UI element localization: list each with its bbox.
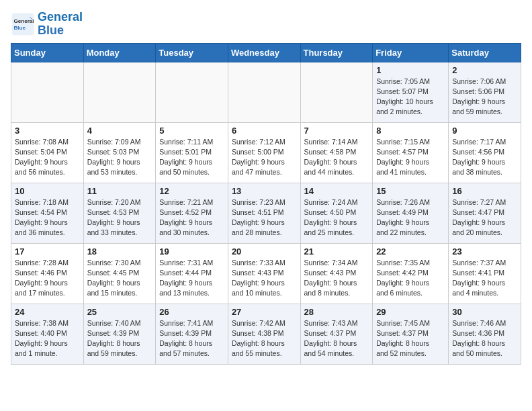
calendar-day-cell: 1Sunrise: 7:05 AM Sunset: 5:07 PM Daylig… [373, 62, 449, 122]
weekday-header-cell: Tuesday [156, 43, 228, 62]
calendar-day-cell: 12Sunrise: 7:21 AM Sunset: 4:52 PM Dayli… [156, 183, 228, 243]
calendar-day-cell: 9Sunrise: 7:17 AM Sunset: 4:56 PM Daylig… [449, 122, 521, 183]
day-number: 13 [232, 186, 297, 196]
calendar-day-cell: 10Sunrise: 7:18 AM Sunset: 4:54 PM Dayli… [11, 183, 84, 243]
calendar-day-cell: 8Sunrise: 7:15 AM Sunset: 4:57 PM Daylig… [373, 122, 449, 183]
day-info: Sunrise: 7:35 AM Sunset: 4:42 PM Dayligh… [376, 258, 445, 299]
calendar-day-cell: 14Sunrise: 7:24 AM Sunset: 4:50 PM Dayli… [300, 183, 373, 243]
calendar-day-cell: 30Sunrise: 7:46 AM Sunset: 4:36 PM Dayli… [449, 304, 521, 364]
day-info: Sunrise: 7:28 AM Sunset: 4:46 PM Dayligh… [15, 258, 80, 299]
day-info: Sunrise: 7:09 AM Sunset: 5:03 PM Dayligh… [87, 137, 152, 178]
day-number: 19 [159, 246, 224, 257]
day-number: 8 [376, 126, 445, 136]
day-info: Sunrise: 7:31 AM Sunset: 4:44 PM Dayligh… [159, 258, 224, 299]
calendar-day-cell [300, 62, 373, 122]
weekday-header-cell: Monday [83, 43, 156, 62]
day-number: 4 [87, 126, 152, 136]
weekday-header-row: SundayMondayTuesdayWednesdayThursdayFrid… [11, 43, 521, 62]
day-number: 1 [376, 65, 445, 75]
logo: General Blue General Blue [11, 11, 83, 38]
calendar-day-cell: 23Sunrise: 7:37 AM Sunset: 4:41 PM Dayli… [449, 243, 521, 304]
calendar-day-cell: 13Sunrise: 7:23 AM Sunset: 4:51 PM Dayli… [228, 183, 300, 243]
day-number: 18 [87, 246, 152, 257]
day-number: 22 [376, 246, 445, 257]
calendar-day-cell: 5Sunrise: 7:11 AM Sunset: 5:01 PM Daylig… [156, 122, 228, 183]
day-number: 16 [452, 186, 517, 196]
calendar-body: 1Sunrise: 7:05 AM Sunset: 5:07 PM Daylig… [11, 62, 521, 364]
day-number: 5 [159, 126, 224, 136]
day-number: 24 [15, 307, 80, 317]
day-info: Sunrise: 7:12 AM Sunset: 5:00 PM Dayligh… [232, 137, 297, 178]
calendar-week-row: 17Sunrise: 7:28 AM Sunset: 4:46 PM Dayli… [11, 243, 521, 304]
calendar-day-cell: 3Sunrise: 7:08 AM Sunset: 5:04 PM Daylig… [11, 122, 84, 183]
calendar-day-cell: 20Sunrise: 7:33 AM Sunset: 4:43 PM Dayli… [228, 243, 300, 304]
calendar-week-row: 3Sunrise: 7:08 AM Sunset: 5:04 PM Daylig… [11, 122, 521, 183]
day-info: Sunrise: 7:24 AM Sunset: 4:50 PM Dayligh… [304, 197, 369, 238]
page-header: General Blue General Blue [11, 11, 521, 38]
day-info: Sunrise: 7:41 AM Sunset: 4:39 PM Dayligh… [159, 318, 224, 359]
calendar-day-cell [83, 62, 156, 122]
calendar-week-row: 10Sunrise: 7:18 AM Sunset: 4:54 PM Dayli… [11, 183, 521, 243]
calendar-day-cell: 18Sunrise: 7:30 AM Sunset: 4:45 PM Dayli… [83, 243, 156, 304]
weekday-header-cell: Saturday [449, 43, 521, 62]
day-info: Sunrise: 7:40 AM Sunset: 4:39 PM Dayligh… [87, 318, 152, 359]
day-number: 11 [87, 186, 152, 196]
day-info: Sunrise: 7:27 AM Sunset: 4:47 PM Dayligh… [452, 197, 517, 238]
calendar-day-cell: 17Sunrise: 7:28 AM Sunset: 4:46 PM Dayli… [11, 243, 84, 304]
day-info: Sunrise: 7:21 AM Sunset: 4:52 PM Dayligh… [159, 197, 224, 238]
calendar-day-cell: 29Sunrise: 7:45 AM Sunset: 4:37 PM Dayli… [373, 304, 449, 364]
day-info: Sunrise: 7:11 AM Sunset: 5:01 PM Dayligh… [159, 137, 224, 178]
day-number: 27 [232, 307, 297, 317]
day-info: Sunrise: 7:37 AM Sunset: 4:41 PM Dayligh… [452, 258, 517, 299]
day-number: 6 [232, 126, 297, 136]
day-number: 14 [304, 186, 369, 196]
day-info: Sunrise: 7:14 AM Sunset: 4:58 PM Dayligh… [304, 137, 369, 178]
day-number: 17 [15, 246, 80, 257]
calendar-week-row: 24Sunrise: 7:38 AM Sunset: 4:40 PM Dayli… [11, 304, 521, 364]
calendar-week-row: 1Sunrise: 7:05 AM Sunset: 5:07 PM Daylig… [11, 62, 521, 122]
calendar-day-cell: 22Sunrise: 7:35 AM Sunset: 4:42 PM Dayli… [373, 243, 449, 304]
calendar-day-cell: 25Sunrise: 7:40 AM Sunset: 4:39 PM Dayli… [83, 304, 156, 364]
day-number: 15 [376, 186, 445, 196]
calendar-day-cell [11, 62, 84, 122]
day-info: Sunrise: 7:42 AM Sunset: 4:38 PM Dayligh… [232, 318, 297, 359]
day-info: Sunrise: 7:45 AM Sunset: 4:37 PM Dayligh… [376, 318, 445, 359]
weekday-header-cell: Friday [373, 43, 449, 62]
calendar-day-cell: 21Sunrise: 7:34 AM Sunset: 4:43 PM Dayli… [300, 243, 373, 304]
day-info: Sunrise: 7:30 AM Sunset: 4:45 PM Dayligh… [87, 258, 152, 299]
calendar-day-cell: 6Sunrise: 7:12 AM Sunset: 5:00 PM Daylig… [228, 122, 300, 183]
day-info: Sunrise: 7:43 AM Sunset: 4:37 PM Dayligh… [304, 318, 369, 359]
calendar-day-cell [228, 62, 300, 122]
day-number: 26 [159, 307, 224, 317]
day-number: 7 [304, 126, 369, 136]
day-number: 29 [376, 307, 445, 317]
day-info: Sunrise: 7:17 AM Sunset: 4:56 PM Dayligh… [452, 137, 517, 178]
day-info: Sunrise: 7:18 AM Sunset: 4:54 PM Dayligh… [15, 197, 80, 238]
day-number: 20 [232, 246, 297, 257]
calendar-day-cell: 28Sunrise: 7:43 AM Sunset: 4:37 PM Dayli… [300, 304, 373, 364]
day-number: 30 [452, 307, 517, 317]
calendar-day-cell: 16Sunrise: 7:27 AM Sunset: 4:47 PM Dayli… [449, 183, 521, 243]
day-info: Sunrise: 7:33 AM Sunset: 4:43 PM Dayligh… [232, 258, 297, 299]
day-info: Sunrise: 7:06 AM Sunset: 5:06 PM Dayligh… [452, 77, 517, 118]
day-number: 21 [304, 246, 369, 257]
calendar-day-cell [156, 62, 228, 122]
calendar-day-cell: 4Sunrise: 7:09 AM Sunset: 5:03 PM Daylig… [83, 122, 156, 183]
day-info: Sunrise: 7:20 AM Sunset: 4:53 PM Dayligh… [87, 197, 152, 238]
svg-text:General: General [14, 18, 34, 24]
day-number: 9 [452, 126, 517, 136]
calendar-day-cell: 11Sunrise: 7:20 AM Sunset: 4:53 PM Dayli… [83, 183, 156, 243]
day-info: Sunrise: 7:08 AM Sunset: 5:04 PM Dayligh… [15, 137, 80, 178]
logo-icon: General Blue [11, 12, 35, 36]
day-number: 10 [15, 186, 80, 196]
day-info: Sunrise: 7:46 AM Sunset: 4:36 PM Dayligh… [452, 318, 517, 359]
day-number: 2 [452, 65, 517, 75]
calendar-day-cell: 27Sunrise: 7:42 AM Sunset: 4:38 PM Dayli… [228, 304, 300, 364]
calendar-day-cell: 2Sunrise: 7:06 AM Sunset: 5:06 PM Daylig… [449, 62, 521, 122]
day-info: Sunrise: 7:38 AM Sunset: 4:40 PM Dayligh… [15, 318, 80, 359]
day-number: 28 [304, 307, 369, 317]
day-info: Sunrise: 7:34 AM Sunset: 4:43 PM Dayligh… [304, 258, 369, 299]
day-info: Sunrise: 7:15 AM Sunset: 4:57 PM Dayligh… [376, 137, 445, 178]
day-number: 3 [15, 126, 80, 136]
day-number: 23 [452, 246, 517, 257]
